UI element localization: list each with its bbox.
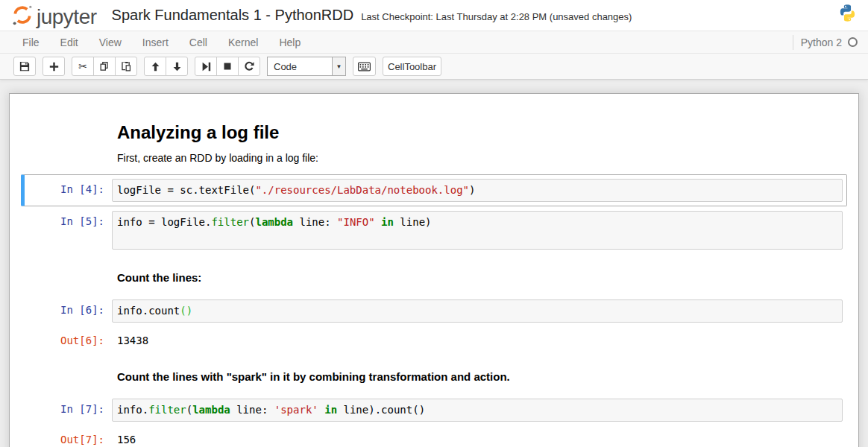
menu-insert[interactable]: Insert — [132, 32, 179, 53]
code-input-4[interactable]: logFile = sc.textFile("./resources/LabDa… — [112, 179, 843, 202]
title-row: jupyter Spark Fundamentals 1 - PythonRDD… — [0, 0, 868, 31]
notebook-title[interactable]: Spark Fundamentals 1 - PythonRDD — [112, 7, 354, 24]
scissors-icon: ✂ — [78, 61, 87, 72]
arrow-down-icon — [172, 62, 182, 72]
restart-kernel-button[interactable] — [238, 57, 260, 76]
save-button[interactable] — [13, 57, 36, 76]
celltoolbar-button[interactable]: CellToolbar — [383, 57, 441, 76]
prompt-spacer — [28, 358, 112, 390]
markdown-rendered: Count the lines: — [112, 259, 843, 291]
input-prompt: In [4]: — [28, 179, 112, 202]
menu-cell[interactable]: Cell — [179, 32, 218, 53]
menu-kernel[interactable]: Kernel — [218, 32, 268, 53]
prompt-spacer — [28, 106, 112, 170]
menu-file[interactable]: File — [12, 32, 50, 53]
divider — [793, 35, 793, 50]
bold-subheading: Count the lines: — [117, 271, 843, 284]
menu-edit[interactable]: Edit — [50, 32, 89, 53]
stop-icon — [223, 62, 232, 71]
interrupt-kernel-button[interactable] — [216, 57, 239, 76]
step-forward-icon — [201, 62, 211, 72]
chevron-down-icon: ▼ — [332, 57, 345, 75]
bold-subheading: Count the lines with "spark" in it by co… — [117, 370, 843, 383]
jupyter-logo-icon — [10, 3, 34, 28]
code-cell-7[interactable]: In [7]: info.filter(lambda line: 'spark'… — [21, 394, 847, 426]
plus-icon — [49, 62, 59, 72]
output-prompt: Out[6]: — [28, 330, 112, 349]
save-icon — [19, 61, 30, 72]
input-prompt: In [7]: — [28, 399, 112, 422]
cell-type-selected: Code — [268, 61, 332, 72]
markdown-cell[interactable]: Analyzing a log file First, create an RD… — [21, 101, 847, 174]
code-input-6[interactable]: info.count() — [112, 299, 843, 323]
command-palette-button[interactable] — [353, 57, 376, 76]
output-value: 13438 — [112, 330, 843, 349]
copy-cell-button[interactable] — [93, 57, 116, 76]
code-cell-5[interactable]: In [5]: info = logFile.filter(lambda lin… — [21, 206, 847, 254]
input-prompt: In [5]: — [28, 211, 112, 250]
output-cell-6: Out[6]: 13438 — [21, 327, 847, 353]
input-prompt: In [6]: — [28, 299, 112, 323]
menu-bar: File Edit View Insert Cell Kernel Help P… — [0, 31, 868, 54]
jupyter-logo-text: jupyter — [37, 6, 97, 28]
run-cell-button[interactable] — [195, 57, 217, 76]
keyboard-icon — [358, 62, 371, 72]
refresh-icon — [244, 61, 254, 72]
notebook-container: Analyzing a log file First, create an RD… — [9, 93, 859, 447]
python-logo-icon — [837, 3, 858, 23]
notebook-header: jupyter Spark Fundamentals 1 - PythonRDD… — [0, 0, 868, 80]
paste-icon — [121, 61, 131, 72]
cell-type-dropdown[interactable]: Code ▼ — [267, 57, 346, 76]
output-value: 156 — [112, 429, 843, 447]
add-cell-button[interactable] — [43, 57, 65, 76]
markdown-cell[interactable]: Count the lines with "spark" in it by co… — [21, 353, 847, 394]
output-prompt: Out[7]: — [28, 429, 112, 447]
paste-cell-button[interactable] — [115, 57, 137, 76]
move-cell-up-button[interactable] — [144, 57, 166, 76]
menu-view[interactable]: View — [89, 32, 132, 53]
code-cell-4[interactable]: In [4]: logFile = sc.textFile("./resourc… — [21, 174, 847, 206]
menu-help[interactable]: Help — [268, 32, 311, 53]
code-input-7[interactable]: info.filter(lambda line: 'spark' in line… — [112, 399, 843, 422]
prompt-spacer — [28, 259, 112, 291]
kernel-name: Python 2 — [801, 37, 842, 48]
toolbar: ✂ — [0, 54, 868, 80]
kernel-indicator-area: Python 2 — [793, 31, 868, 53]
cut-cell-button[interactable]: ✂ — [72, 57, 94, 76]
markdown-rendered: Count the lines with "spark" in it by co… — [112, 358, 843, 390]
move-cell-down-button[interactable] — [166, 57, 188, 76]
output-cell-7: Out[7]: 156 — [21, 426, 847, 447]
kernel-idle-icon — [848, 37, 858, 47]
jupyter-logo[interactable]: jupyter — [10, 3, 97, 28]
checkpoint-status: Last Checkpoint: Last Thursday at 2:28 P… — [361, 8, 632, 22]
markdown-rendered: Analyzing a log file First, create an RD… — [112, 106, 843, 170]
code-cell-6[interactable]: In [6]: info.count() — [21, 295, 847, 327]
markdown-cell[interactable]: Count the lines: — [21, 254, 847, 295]
markdown-paragraph: First, create an RDD by loading in a log… — [117, 152, 843, 164]
section-heading: Analyzing a log file — [117, 122, 843, 143]
copy-icon — [99, 61, 110, 72]
code-input-5[interactable]: info = logFile.filter(lambda line: "INFO… — [112, 211, 843, 250]
arrow-up-icon — [151, 62, 160, 72]
